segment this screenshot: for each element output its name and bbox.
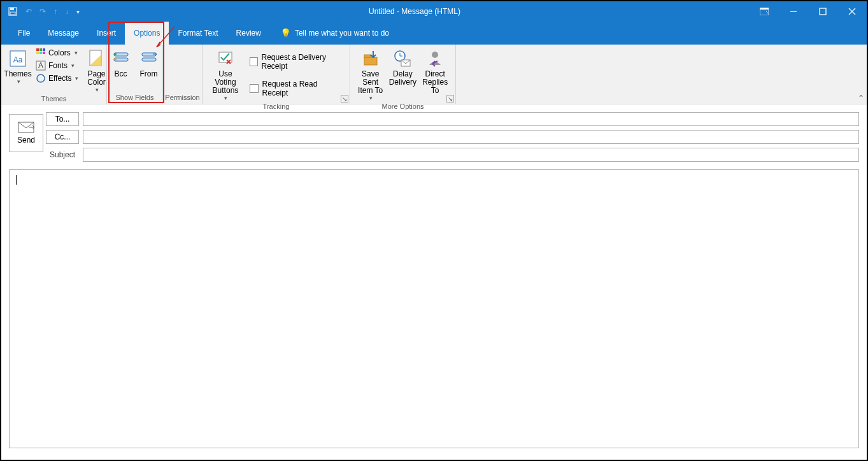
next-item-icon[interactable]: ↓ <box>65 7 69 16</box>
bcc-button[interactable]: Bcc <box>108 47 134 92</box>
tab-message-label: Message <box>48 29 79 38</box>
svg-line-5 <box>766 11 768 13</box>
svg-rect-7 <box>820 8 826 15</box>
text-cursor <box>16 175 17 185</box>
tell-me-label: Tell me what you want to do <box>295 29 389 38</box>
tab-format-label: Format Text <box>178 29 218 38</box>
group-more-options-label: More Options <box>354 103 452 110</box>
close-button[interactable] <box>837 1 867 22</box>
voting-buttons-button[interactable]: Use Voting Buttons <box>206 47 245 103</box>
lightbulb-icon: 💡 <box>280 28 291 38</box>
qat-customize-icon[interactable]: ▾ <box>76 8 80 15</box>
tab-options-label: Options <box>134 29 160 38</box>
effects-button[interactable]: Effects <box>33 73 81 84</box>
voting-label: Use Voting Buttons <box>209 70 242 95</box>
tab-format-text[interactable]: Format Text <box>169 22 227 45</box>
fonts-label: Fonts <box>48 61 68 70</box>
save-sent-label: Save Sent Item To <box>357 70 384 95</box>
cc-button[interactable]: Cc... <box>46 130 79 144</box>
svg-rect-12 <box>36 48 39 51</box>
delay-delivery-icon <box>392 48 413 69</box>
bcc-label: Bcc <box>114 70 127 78</box>
from-label: From <box>140 70 158 78</box>
svg-point-24 <box>114 53 117 55</box>
subject-label: Subject <box>46 150 79 159</box>
delivery-receipt-checkbox[interactable]: Request a Delivery Receipt <box>247 52 346 72</box>
themes-button-label: Themes <box>4 70 31 78</box>
svg-rect-32 <box>364 55 371 57</box>
tab-message[interactable]: Message <box>39 22 88 45</box>
group-tracking-label: Tracking <box>206 103 346 110</box>
fonts-button[interactable]: A Fonts <box>33 60 81 71</box>
ribbon-tabs: File Message Insert Options Format Text … <box>1 22 867 45</box>
prev-item-icon[interactable]: ↑ <box>53 7 57 16</box>
tab-review[interactable]: Review <box>227 22 270 45</box>
read-receipt-label: Request a Read Receipt <box>262 80 343 97</box>
title-bar: ↶ ↷ ↑ ↓ ▾ Untitled - Message (HTML) <box>1 1 867 22</box>
send-button[interactable]: Send <box>9 114 43 152</box>
group-permission-label: Permission <box>167 92 198 103</box>
effects-label: Effects <box>48 74 71 83</box>
message-body[interactable] <box>9 169 859 448</box>
svg-point-20 <box>37 74 45 82</box>
tab-review-label: Review <box>236 29 261 38</box>
compose-header: Send To... Cc... Subject <box>1 104 867 169</box>
themes-button[interactable]: Aa Themes <box>5 47 31 94</box>
save-icon[interactable] <box>8 6 18 17</box>
page-color-button[interactable]: Page Color <box>83 47 109 94</box>
tell-me-search[interactable]: 💡 Tell me what you want to do <box>270 28 389 38</box>
read-receipt-checkbox[interactable]: Request a Read Receipt <box>247 78 346 99</box>
more-options-launcher[interactable]: ↘ <box>446 95 454 103</box>
ribbon: Aa Themes Colors A Fonts Effects <box>1 45 867 104</box>
window-controls <box>750 1 867 22</box>
to-input[interactable] <box>83 112 859 126</box>
tab-options[interactable]: Options <box>125 22 169 45</box>
from-button[interactable]: From <box>136 47 162 92</box>
maximize-button[interactable] <box>808 1 837 22</box>
svg-rect-1 <box>10 8 14 10</box>
delivery-receipt-label: Request a Delivery Receipt <box>262 53 343 71</box>
collapse-ribbon-icon[interactable]: ⌃ <box>858 94 864 103</box>
svg-rect-31 <box>364 57 377 65</box>
subject-input[interactable] <box>83 148 859 162</box>
ribbon-display-options-button[interactable] <box>750 1 779 22</box>
svg-rect-17 <box>43 52 45 54</box>
voting-icon <box>215 48 236 69</box>
checkbox-icon <box>250 84 259 93</box>
save-sent-item-button[interactable]: Save Sent Item To <box>354 47 387 103</box>
tab-file[interactable]: File <box>9 22 39 45</box>
direct-replies-button[interactable]: Direct Replies To <box>418 47 452 103</box>
send-button-label: Send <box>17 136 35 145</box>
group-permission: Permission <box>163 45 203 104</box>
delay-delivery-label: Delay Delivery <box>389 70 416 87</box>
tab-insert[interactable]: Insert <box>88 22 125 45</box>
svg-rect-27 <box>142 58 156 61</box>
fonts-icon: A <box>36 60 46 71</box>
delay-delivery-button[interactable]: Delay Delivery <box>389 47 416 103</box>
page-color-label: Page Color <box>87 70 106 87</box>
svg-text:A: A <box>38 61 43 70</box>
effects-icon <box>36 73 46 83</box>
group-themes: Aa Themes Colors A Fonts Effects <box>1 45 107 104</box>
themes-icon: Aa <box>8 48 28 69</box>
svg-rect-13 <box>39 48 42 51</box>
to-button[interactable]: To... <box>46 112 79 126</box>
svg-rect-16 <box>39 52 42 54</box>
svg-rect-14 <box>43 48 45 51</box>
svg-text:Aa: Aa <box>13 55 23 64</box>
to-button-label: To... <box>55 115 70 124</box>
send-icon <box>18 122 34 133</box>
group-more-options: Save Sent Item To Delay Delivery Direct … <box>350 45 456 104</box>
quick-access-toolbar: ↶ ↷ ↑ ↓ ▾ <box>1 6 80 17</box>
group-show-fields: Bcc From Show Fields <box>107 45 163 104</box>
bcc-icon <box>111 48 131 69</box>
tab-file-label: File <box>18 29 30 38</box>
undo-icon[interactable]: ↶ <box>25 7 32 16</box>
minimize-button[interactable] <box>779 1 808 22</box>
direct-replies-icon <box>425 48 445 69</box>
tracking-launcher[interactable]: ↘ <box>341 95 348 103</box>
cc-input[interactable] <box>83 130 859 144</box>
redo-icon[interactable]: ↷ <box>39 7 46 16</box>
save-sent-icon <box>360 48 381 69</box>
colors-button[interactable]: Colors <box>33 47 81 59</box>
